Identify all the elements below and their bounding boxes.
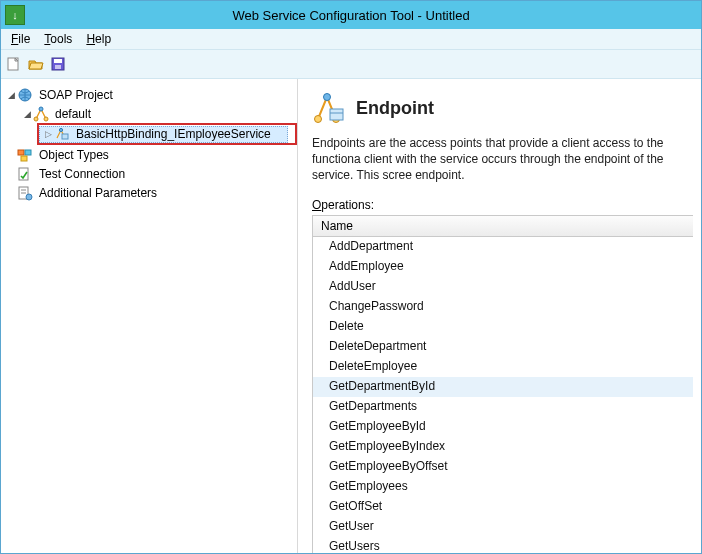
- service-icon: [33, 106, 49, 122]
- svg-rect-3: [55, 65, 61, 69]
- tree-label: Test Connection: [36, 166, 128, 182]
- new-icon[interactable]: [5, 55, 23, 73]
- operation-row[interactable]: GetOffSet: [313, 497, 693, 517]
- operation-row[interactable]: AddUser: [313, 277, 693, 297]
- menu-file[interactable]: File: [5, 31, 36, 47]
- tree-node-object-types[interactable]: Object Types: [5, 145, 297, 164]
- svg-point-17: [26, 194, 32, 200]
- svg-point-8: [59, 128, 62, 131]
- svg-point-18: [315, 116, 322, 123]
- test-connection-icon: [17, 166, 33, 182]
- tree-label: SOAP Project: [36, 87, 116, 103]
- tree-node-test-connection[interactable]: Test Connection: [5, 164, 297, 183]
- operation-row[interactable]: DeleteDepartment: [313, 337, 693, 357]
- svg-rect-9: [62, 134, 68, 139]
- window-title: Web Service Configuration Tool - Untitle…: [232, 8, 469, 23]
- tree-label: Object Types: [36, 147, 112, 163]
- svg-rect-21: [330, 109, 343, 120]
- svg-rect-10: [18, 150, 24, 155]
- app-icon: ↓: [5, 5, 25, 25]
- expander-icon[interactable]: ◢: [21, 109, 33, 119]
- operation-row[interactable]: GetDepartments: [313, 397, 693, 417]
- svg-point-5: [34, 117, 38, 121]
- tree-node-default[interactable]: ◢ default: [5, 104, 297, 123]
- operation-row[interactable]: AddEmployee: [313, 257, 693, 277]
- menubar: File Tools Help: [1, 29, 701, 50]
- grid-header-name[interactable]: Name: [313, 216, 693, 237]
- tree-view[interactable]: ◢ SOAP Project ◢ default ▷ BasicHttpBind…: [1, 79, 298, 553]
- operation-row[interactable]: GetEmployeeById: [313, 417, 693, 437]
- operation-row[interactable]: GetUsers: [313, 537, 693, 553]
- tree-label: default: [52, 106, 94, 122]
- expander-icon[interactable]: ◢: [5, 90, 17, 100]
- operation-row[interactable]: AddDepartment: [313, 237, 693, 257]
- tree-node-additional-params[interactable]: Additional Parameters: [5, 183, 297, 202]
- svg-point-6: [44, 117, 48, 121]
- operation-row[interactable]: DeleteEmployee: [313, 357, 693, 377]
- tree-node-soap-project[interactable]: ◢ SOAP Project: [5, 85, 297, 104]
- content-description: Endpoints are the access points that pro…: [312, 135, 692, 184]
- menu-tools[interactable]: Tools: [38, 31, 78, 47]
- tree-node-binding[interactable]: ▷ BasicHttpBinding_IEmployeeService: [37, 123, 297, 145]
- svg-rect-2: [54, 59, 62, 63]
- operations-grid[interactable]: Name AddDepartmentAddEmployeeAddUserChan…: [312, 215, 693, 553]
- project-icon: [17, 87, 33, 103]
- operations-label: Operations:: [312, 198, 701, 212]
- operation-row[interactable]: GetUser: [313, 517, 693, 537]
- operation-row[interactable]: ChangePassword: [313, 297, 693, 317]
- open-icon[interactable]: [27, 55, 45, 73]
- operation-row[interactable]: GetEmployees: [313, 477, 693, 497]
- operation-row[interactable]: GetEmployeeByIndex: [313, 437, 693, 457]
- svg-point-7: [39, 107, 43, 111]
- endpoint-icon: [54, 126, 70, 142]
- content-pane: Endpoint Endpoints are the access points…: [298, 79, 701, 553]
- operation-row[interactable]: Delete: [313, 317, 693, 337]
- tree-label: BasicHttpBinding_IEmployeeService: [73, 126, 274, 142]
- content-heading: Endpoint: [356, 98, 434, 119]
- svg-point-20: [324, 94, 331, 101]
- operation-row[interactable]: GetEmployeeByOffset: [313, 457, 693, 477]
- object-types-icon: [17, 147, 33, 163]
- save-icon[interactable]: [49, 55, 67, 73]
- titlebar: ↓ Web Service Configuration Tool - Untit…: [1, 1, 701, 29]
- additional-params-icon: [17, 185, 33, 201]
- toolbar: [1, 50, 701, 79]
- expander-icon[interactable]: ▷: [42, 129, 54, 139]
- operation-row[interactable]: GetDepartmentById: [313, 377, 693, 397]
- endpoint-header-icon: [312, 91, 346, 125]
- svg-rect-11: [25, 150, 31, 155]
- menu-help[interactable]: Help: [80, 31, 117, 47]
- svg-rect-12: [21, 156, 27, 161]
- tree-label: Additional Parameters: [36, 185, 160, 201]
